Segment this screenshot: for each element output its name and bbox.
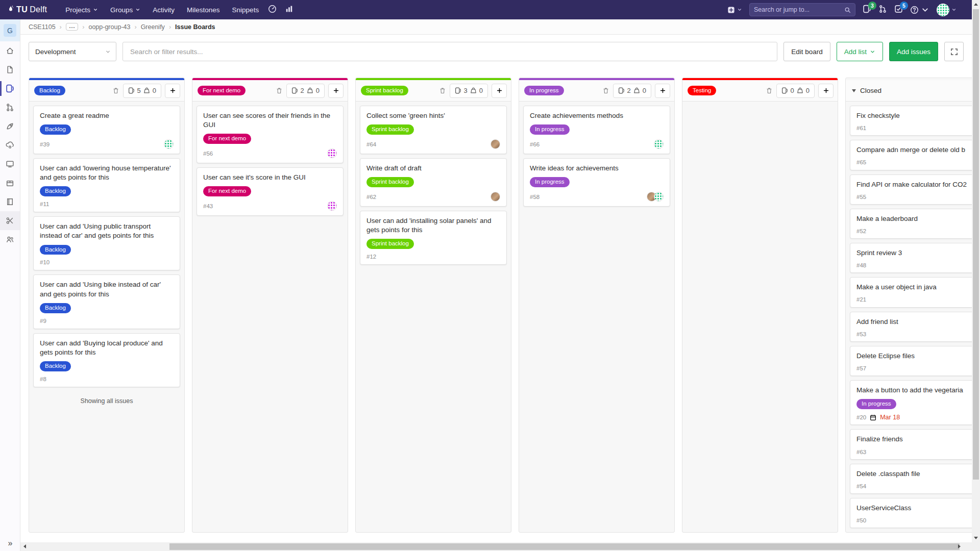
- issue-card[interactable]: User can add 'Using bike instead of car'…: [33, 274, 180, 329]
- issue-card[interactable]: Find API or make calculator for CO2#55: [850, 174, 972, 205]
- sidebar-item-operations[interactable]: [0, 136, 20, 155]
- issue-label-pill[interactable]: Sprint backlog: [366, 177, 414, 187]
- issue-title[interactable]: Create a great readme: [40, 111, 174, 120]
- dashboard-icon[interactable]: [264, 2, 281, 18]
- horizontal-scrollbar[interactable]: [20, 542, 972, 551]
- scroll-up-arrow[interactable]: [974, 3, 978, 6]
- issue-label-pill[interactable]: Backlog: [40, 186, 71, 196]
- assignee-avatar[interactable]: [654, 192, 664, 202]
- issue-card[interactable]: Create achievements methodsIn progress#6…: [523, 106, 670, 154]
- column-label-pill[interactable]: Testing: [688, 86, 716, 96]
- issue-card[interactable]: Make a button to add the vegetariaIn pro…: [850, 380, 972, 425]
- closed-column-header[interactable]: Closed: [846, 80, 972, 102]
- column-label-pill[interactable]: Backlog: [34, 86, 65, 96]
- sidebar-item-monitor[interactable]: [0, 155, 20, 173]
- merge-requests-shortcut[interactable]: [878, 5, 887, 15]
- assignee-avatar[interactable]: [491, 139, 500, 149]
- add-issues-button[interactable]: Add issues: [889, 42, 938, 61]
- issue-title[interactable]: Write ideas for achievements: [530, 164, 664, 173]
- assignee-avatar[interactable]: [164, 139, 174, 149]
- assignee-avatar[interactable]: [327, 148, 337, 158]
- help-dropdown[interactable]: [910, 6, 929, 14]
- column-label-pill[interactable]: For next demo: [198, 86, 246, 96]
- sidebar-item-issues[interactable]: [0, 79, 20, 98]
- scroll-left-arrow[interactable]: [23, 544, 26, 548]
- issue-title[interactable]: Add friend list: [856, 317, 972, 327]
- issue-title[interactable]: Sprint review 3: [856, 248, 972, 258]
- issue-title[interactable]: User can add 'Using public transport ins…: [40, 222, 174, 240]
- issue-card[interactable]: Create a great readmeBacklog#39: [33, 106, 180, 154]
- issue-card[interactable]: User can see scores of their friends in …: [197, 106, 344, 163]
- sidebar-expand-toggle[interactable]: »: [0, 537, 20, 550]
- sidebar-item-package[interactable]: [0, 173, 20, 192]
- chart-icon[interactable]: [281, 2, 298, 18]
- issue-label-pill[interactable]: In progress: [856, 399, 896, 409]
- sidebar-item-merge-request[interactable]: [0, 98, 20, 117]
- trash-icon[interactable]: [112, 87, 119, 94]
- gitlab-tudelft-logo[interactable]: TUDelft: [7, 5, 47, 15]
- scroll-down-arrow[interactable]: [974, 537, 978, 539]
- nav-link-groups[interactable]: Groups: [105, 3, 145, 17]
- trash-icon[interactable]: [439, 87, 446, 94]
- issue-card[interactable]: Sprint review 3#48: [850, 243, 972, 273]
- issue-title[interactable]: Make a user object in java: [856, 283, 972, 292]
- sidebar-item-home[interactable]: [0, 41, 20, 60]
- breadcrumb-item[interactable]: CSE1105: [29, 23, 56, 31]
- issue-title[interactable]: UserServiceClass: [856, 504, 972, 513]
- issue-card[interactable]: Make a user object in java#21: [850, 277, 972, 307]
- sidebar-item-snippets[interactable]: [0, 211, 20, 230]
- issue-card[interactable]: Delete .classpath file#54: [850, 464, 972, 494]
- add-list-button[interactable]: Add list: [837, 42, 883, 61]
- issue-label-pill[interactable]: Sprint backlog: [366, 124, 414, 135]
- new-menu-dropdown[interactable]: [727, 6, 742, 14]
- issue-card[interactable]: Write draft of draftSprint backlog#62: [360, 158, 507, 207]
- fullscreen-button[interactable]: [944, 42, 964, 61]
- global-search-input[interactable]: [754, 6, 844, 13]
- add-issue-to-list-button[interactable]: [818, 84, 834, 98]
- issue-card[interactable]: Collect some 'green hints'Sprint backlog…: [360, 106, 507, 154]
- issue-title[interactable]: Make a button to add the vegetaria: [856, 386, 972, 395]
- breadcrumb-item[interactable]: …: [66, 23, 79, 31]
- add-issue-to-list-button[interactable]: [492, 84, 507, 98]
- column-label-pill[interactable]: In progress: [524, 86, 564, 96]
- sidebar-item-rocket[interactable]: [0, 117, 20, 136]
- vertical-scrollbar[interactable]: [972, 0, 980, 551]
- issue-card[interactable]: Compare adn merge or delete old b#65: [850, 140, 972, 170]
- vertical-scroll-thumb[interactable]: [973, 9, 979, 480]
- issue-card[interactable]: UserServiceClass#50: [850, 498, 972, 528]
- issue-title[interactable]: Find API or make calculator for CO2: [856, 180, 972, 189]
- issue-title[interactable]: Create achievements methods: [530, 111, 664, 120]
- issue-card[interactable]: Write ideas for achievementsIn progress#…: [523, 158, 670, 207]
- issue-title[interactable]: User can see scores of their friends in …: [203, 111, 337, 130]
- nav-link-projects[interactable]: Projects: [60, 3, 103, 17]
- breadcrumb-item[interactable]: oopp-group-43: [88, 23, 130, 31]
- nav-link-snippets[interactable]: Snippets: [227, 3, 264, 17]
- issue-label-pill[interactable]: In progress: [530, 124, 570, 135]
- global-search[interactable]: [749, 3, 855, 16]
- issue-title[interactable]: User can add 'Buying local produce' and …: [40, 339, 174, 357]
- sidebar-item-members[interactable]: [0, 230, 20, 249]
- scroll-right-arrow[interactable]: [958, 544, 961, 548]
- board-switcher[interactable]: Development: [29, 42, 116, 61]
- trash-icon[interactable]: [602, 87, 609, 94]
- issue-title[interactable]: Delete .classpath file: [856, 469, 972, 479]
- nav-link-activity[interactable]: Activity: [148, 3, 180, 17]
- issue-title[interactable]: Fix checkstyle: [856, 111, 972, 120]
- issue-label-pill[interactable]: For next demo: [203, 186, 251, 196]
- issue-card[interactable]: Finalize friends#63: [850, 429, 972, 459]
- trash-icon[interactable]: [276, 87, 283, 94]
- issue-label-pill[interactable]: Sprint backlog: [366, 239, 414, 249]
- assignee-avatar[interactable]: [491, 192, 500, 202]
- issue-title[interactable]: User can add 'installing solar panels' a…: [366, 216, 500, 235]
- nav-link-milestones[interactable]: Milestones: [182, 3, 225, 17]
- issue-title[interactable]: User can see it's score in the GUI: [203, 173, 337, 182]
- issue-card[interactable]: Add friend list#53: [850, 312, 972, 342]
- edit-board-button[interactable]: Edit board: [783, 42, 830, 61]
- horizontal-scroll-thumb[interactable]: [169, 543, 960, 550]
- issue-title[interactable]: Make a leaderboard: [856, 214, 972, 223]
- issue-title[interactable]: Write draft of draft: [366, 164, 500, 173]
- sidebar-item-wiki[interactable]: [0, 192, 20, 211]
- issue-card[interactable]: User can add 'lowering house temperature…: [33, 158, 180, 212]
- breadcrumb-item[interactable]: Greenify: [141, 23, 165, 31]
- issue-title[interactable]: Compare adn merge or delete old b: [856, 145, 972, 155]
